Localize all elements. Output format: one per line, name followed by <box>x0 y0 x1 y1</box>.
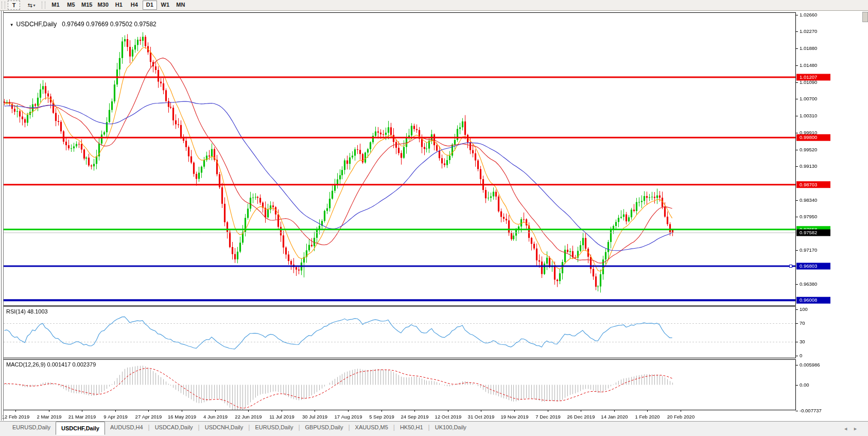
symbol-period-label: USDCHF,Daily <box>16 21 57 28</box>
timeframe-button-m15[interactable]: M15 <box>79 1 94 10</box>
chart-canvas[interactable] <box>0 0 868 436</box>
profiles-icon: ⇆ <box>27 2 32 9</box>
chart-tab-usdcnh-daily[interactable]: USDCNH,Daily <box>200 422 249 433</box>
chart-tab-usdcad-daily[interactable]: USDCAD,Daily <box>150 422 198 433</box>
chart-tab-gbpusd-daily[interactable]: GBPUSD,Daily <box>300 422 349 433</box>
tab-scroll-left-icon[interactable]: ◄ <box>843 426 853 431</box>
profiles-tool-button[interactable]: ⇆ ▾ <box>25 1 38 10</box>
mt4-window: { "toolbar": { "text_tool": "T", "profil… <box>0 0 868 436</box>
window-frame <box>1 11 4 421</box>
tab-scroll-right-icon[interactable]: ► <box>853 426 863 431</box>
timeframe-button-mn[interactable]: MN <box>173 1 188 10</box>
timeframe-button-h4[interactable]: H4 <box>127 1 142 10</box>
ohlc-values: 0.97649 0.97669 0.97502 0.97582 <box>62 21 157 28</box>
macd-indicator-label: MACD(12,26,9) 0.001417 0.002379 <box>6 361 96 368</box>
chart-tabs-bar: EURUSD,DailyUSDCHF,DailyAUDUSD,H4|USDCAD… <box>0 421 868 436</box>
chevron-down-icon: ▾ <box>33 3 36 8</box>
toolbar-grip <box>42 2 45 9</box>
chart-tab-xauusd-m5[interactable]: XAUUSD,M5 <box>350 422 393 433</box>
chart-tab-uk100-daily[interactable]: UK100,Daily <box>430 422 472 433</box>
top-toolbar: T ⇆ ▾ M1M5M15M30H1H4D1W1MN <box>0 0 868 11</box>
chart-tab-eurusd-daily[interactable]: EURUSD,Daily <box>7 422 56 433</box>
chart-tab-usdchf-daily[interactable]: USDCHF,Daily <box>56 422 105 435</box>
rsi-indicator-label: RSI(14) 48.1003 <box>6 308 48 315</box>
toolbar-grip <box>2 2 5 9</box>
chart-tab-audusd-h4[interactable]: AUDUSD,H4 <box>105 422 148 433</box>
chart-tab-eurusd-daily[interactable]: EURUSD,Daily <box>250 422 298 433</box>
timeframe-button-w1[interactable]: W1 <box>158 1 172 10</box>
timeframe-button-m30[interactable]: M30 <box>95 1 110 10</box>
collapse-chart-icon[interactable]: ▼ <box>10 23 14 27</box>
text-tool-button[interactable]: T <box>8 1 20 10</box>
timeframe-button-m5[interactable]: M5 <box>64 1 78 10</box>
timeframe-group: M1M5M15M30H1H4D1W1MN <box>48 1 188 10</box>
timeframe-button-d1[interactable]: D1 <box>143 1 157 10</box>
timeframe-button-h1[interactable]: H1 <box>112 1 126 10</box>
tab-scroll-arrows: ◄► <box>843 426 863 431</box>
chart-title: ▼USDCHF,Daily0.97649 0.97669 0.97502 0.9… <box>6 13 157 28</box>
chart-tab-hk50-h1[interactable]: HK50,H1 <box>395 422 428 433</box>
timeframe-button-m1[interactable]: M1 <box>48 1 63 10</box>
